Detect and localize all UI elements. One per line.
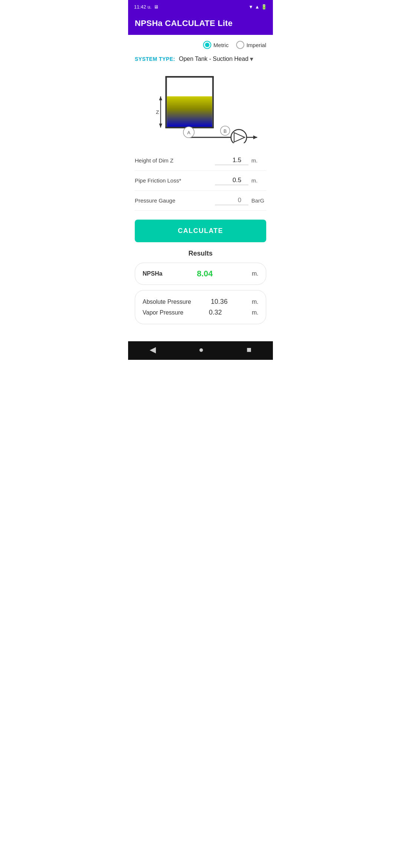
svg-text:B: B — [224, 129, 226, 134]
recents-nav-icon[interactable]: ■ — [247, 345, 251, 355]
system-type-label: SYSTEM TYPE: — [135, 56, 175, 62]
abs-pressure-row: Absolute Pressure 10.36 m. — [143, 296, 258, 307]
status-left: 11:42 u. 🖥 — [134, 4, 159, 10]
signal-icon: ▲ — [255, 4, 260, 10]
npsha-row: NPSHa 8.04 m. — [143, 269, 258, 279]
input-fields: Height of Dim Z m. Pipe Friction Loss* m… — [135, 151, 266, 211]
metric-radio-circle[interactable] — [203, 41, 211, 49]
svg-rect-0 — [165, 77, 167, 128]
field-input-wrap-pipe-friction: m. — [215, 176, 266, 185]
svg-marker-7 — [159, 124, 162, 128]
diagram-container: Z A B — [135, 69, 266, 143]
vapor-pressure-unit: m. — [247, 309, 258, 316]
field-row-height-z: Height of Dim Z m. — [135, 151, 266, 171]
system-diagram: Z A B — [141, 69, 260, 143]
status-right: ▼ ▲ 🔋 — [248, 4, 267, 10]
height-z-input[interactable] — [215, 156, 248, 165]
svg-marker-6 — [159, 96, 162, 101]
pipe-friction-input[interactable] — [215, 176, 248, 185]
metric-radio-inner — [205, 43, 209, 47]
npsha-value: 8.04 — [197, 269, 213, 279]
app-bar: NPSHa CALCULATE Lite — [128, 13, 273, 35]
vapor-pressure-label: Vapor Pressure — [143, 309, 183, 316]
main-content: Metric Imperial SYSTEM TYPE: Open Tank -… — [128, 35, 273, 335]
unit-selector: Metric Imperial — [135, 41, 266, 49]
status-bar: 11:42 u. 🖥 ▼ ▲ 🔋 — [128, 0, 273, 13]
field-input-wrap-height-z: m. — [215, 156, 266, 165]
svg-text:Z: Z — [156, 109, 159, 115]
abs-pressure-value: 10.36 — [211, 298, 228, 306]
status-time: 11:42 u. — [134, 4, 151, 10]
chevron-down-icon: ▾ — [250, 55, 253, 63]
results-title: Results — [135, 250, 266, 257]
field-label-pipe-friction: Pipe Friction Loss* — [135, 177, 215, 184]
svg-text:A: A — [187, 130, 190, 135]
notification-icon: 🖥 — [154, 4, 159, 10]
npsha-label: NPSHa — [143, 270, 162, 277]
imperial-radio[interactable]: Imperial — [236, 41, 266, 49]
app-title: NPSHa CALCULATE Lite — [135, 19, 266, 28]
metric-label: Metric — [213, 42, 229, 48]
imperial-radio-circle[interactable] — [236, 41, 244, 49]
system-type-dropdown[interactable]: Open Tank - Suction Head ▾ — [179, 55, 253, 63]
vapor-pressure-row: Vapor Pressure 0.32 m. — [143, 307, 258, 318]
wifi-icon: ▼ — [248, 4, 253, 10]
svg-marker-18 — [253, 135, 257, 139]
details-card: Absolute Pressure 10.36 m. Vapor Pressur… — [135, 290, 266, 324]
npsha-unit: m. — [247, 270, 258, 277]
height-z-unit: m. — [251, 157, 266, 164]
calculate-button[interactable]: CALCULATE — [135, 220, 266, 242]
imperial-label: Imperial — [247, 42, 266, 48]
field-row-pipe-friction: Pipe Friction Loss* m. — [135, 171, 266, 191]
results-section: Results NPSHa 8.04 m. Absolute Pressure … — [135, 250, 266, 324]
field-input-wrap-pressure-gauge: BarG — [215, 196, 266, 205]
system-type-row: SYSTEM TYPE: Open Tank - Suction Head ▾ — [135, 55, 266, 63]
nav-bar: ◀ ● ■ — [128, 341, 273, 360]
abs-pressure-label: Absolute Pressure — [143, 299, 191, 305]
npsha-card: NPSHa 8.04 m. — [135, 263, 266, 285]
vapor-pressure-value: 0.32 — [209, 309, 222, 316]
svg-rect-1 — [212, 77, 214, 128]
abs-pressure-unit: m. — [247, 299, 258, 305]
pressure-gauge-input[interactable] — [215, 196, 248, 205]
battery-icon: 🔋 — [261, 4, 267, 10]
svg-rect-3 — [167, 96, 212, 128]
home-nav-icon[interactable]: ● — [199, 345, 203, 355]
system-type-value: Open Tank - Suction Head — [179, 56, 248, 62]
pipe-friction-unit: m. — [251, 177, 266, 184]
pressure-gauge-unit: BarG — [251, 197, 266, 204]
field-label-height-z: Height of Dim Z — [135, 157, 215, 164]
field-row-pressure-gauge: Pressure Gauge BarG — [135, 191, 266, 211]
back-nav-icon[interactable]: ◀ — [150, 345, 156, 355]
field-label-pressure-gauge: Pressure Gauge — [135, 197, 215, 204]
metric-radio[interactable]: Metric — [203, 41, 229, 49]
